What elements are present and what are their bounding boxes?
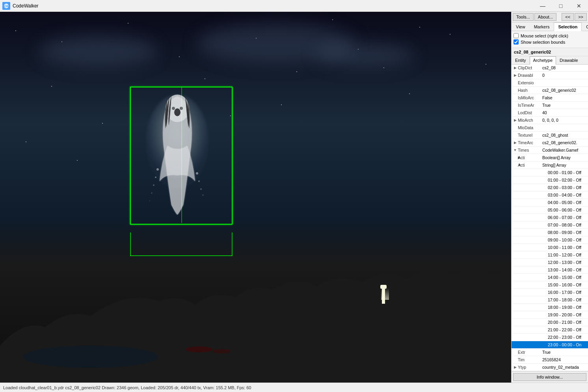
table-row[interactable]: 23:00 - 00:00 - On xyxy=(512,341,588,349)
table-row[interactable]: Extr True xyxy=(512,349,588,356)
table-row[interactable]: 19:00 - 20:00 - Off xyxy=(512,311,588,319)
table-row[interactable]: ▶ Drawabl 0 xyxy=(512,72,588,79)
minimize-button[interactable]: — xyxy=(534,0,552,12)
tab-options[interactable]: Options xyxy=(582,22,588,31)
sub-tab-entity[interactable]: Entity xyxy=(512,56,530,64)
svg-point-9 xyxy=(180,107,183,110)
svg-text:CW: CW xyxy=(4,5,9,7)
table-row[interactable]: ▶ MloArch 0, 0, 0, 0 xyxy=(512,117,588,124)
table-row[interactable]: MloData xyxy=(512,124,588,132)
table-row[interactable]: ▼ Acti String[] Array xyxy=(512,162,588,169)
table-row[interactable]: 17:00 - 18:00 - Off xyxy=(512,296,588,304)
app-icon: CW xyxy=(2,2,10,10)
table-row[interactable]: 05:00 - 06:00 - Off xyxy=(512,206,588,214)
prop-key: LodDist xyxy=(518,110,541,116)
next-button[interactable]: >> xyxy=(575,13,587,21)
maximize-button[interactable]: □ xyxy=(552,0,570,12)
table-row[interactable]: 04:00 - 05:00 - Off xyxy=(512,199,588,206)
table-row[interactable]: 08:00 - 09:00 - Off xyxy=(512,229,588,236)
table-row[interactable]: 06:00 - 07:00 - Off xyxy=(512,214,588,221)
table-row[interactable]: ▶ Ytyp country_02_metada xyxy=(512,364,588,371)
tab-view[interactable]: View xyxy=(512,22,530,31)
table-row[interactable]: 22:00 - 23:00 - Off xyxy=(512,334,588,341)
table-row[interactable]: 18:00 - 19:00 - Off xyxy=(512,304,588,311)
ghost-entity xyxy=(122,83,233,232)
prop-key: Acti xyxy=(518,162,541,168)
table-row[interactable]: 10:00 - 11:00 - Off xyxy=(512,244,588,251)
table-row[interactable]: 15:00 - 16:00 - Off xyxy=(512,281,588,289)
expand-icon[interactable]: ▶ xyxy=(512,364,518,370)
table-row[interactable]: 20:00 - 21:00 - Off xyxy=(512,319,588,326)
table-row[interactable]: 00:00 - 01:00 - Off xyxy=(512,169,588,176)
tools-button[interactable]: Tools... xyxy=(513,13,534,21)
table-row[interactable]: Hash cs2_08_generic02 xyxy=(512,87,588,94)
table-row[interactable]: 07:00 - 08:00 - Off xyxy=(512,221,588,229)
sub-tab-archetype[interactable]: Archetype xyxy=(530,56,556,65)
app-title: CodeWalker xyxy=(13,3,534,9)
prop-val: cs2_08 xyxy=(541,65,587,71)
info-window-button[interactable]: Info window... xyxy=(513,373,586,381)
table-row[interactable]: ▼ Times CodeWalker.Gamef xyxy=(512,147,588,154)
table-row[interactable]: 14:00 - 15:00 - Off xyxy=(512,274,588,281)
prop-val: cs2_08_ghost xyxy=(541,132,587,138)
table-row[interactable]: 02:00 - 03:00 - Off xyxy=(512,184,588,191)
table-row[interactable]: 09:00 - 10:00 - Off xyxy=(512,236,588,244)
prop-val: 09:00 - 10:00 - Off xyxy=(547,237,587,243)
prev-button[interactable]: << xyxy=(562,13,574,21)
table-row[interactable]: 01:00 - 02:00 - Off xyxy=(512,176,588,184)
panel-tabs: View Markers Selection Options xyxy=(512,22,588,31)
sub-tab-drawable[interactable]: Drawable xyxy=(556,56,581,64)
table-row[interactable]: 16:00 - 17:00 - Off xyxy=(512,289,588,296)
expand-icon[interactable]: ▶ xyxy=(512,139,518,146)
table-row[interactable]: 11:00 - 12:00 - Off xyxy=(512,251,588,259)
lighthouse-light xyxy=(381,288,389,300)
prop-val: 22:00 - 23:00 - Off xyxy=(547,334,587,340)
table-row[interactable]: Extensio xyxy=(512,79,588,87)
properties-list[interactable]: BBMin X:80.27046 Y:-36.7 A BSCente X:81.… xyxy=(512,65,588,371)
svg-point-16 xyxy=(151,193,153,194)
prop-val: 11:00 - 12:00 - Off xyxy=(547,252,587,258)
show-bounds-checkbox[interactable] xyxy=(514,39,519,45)
expand-icon[interactable]: ▶ xyxy=(512,72,518,78)
table-row[interactable]: Tim 25165824 xyxy=(512,356,588,364)
prop-key: Acti xyxy=(518,154,541,161)
tab-selection[interactable]: Selection xyxy=(554,22,582,31)
3d-viewport[interactable] xyxy=(0,12,511,383)
prop-val: 25165824 xyxy=(541,357,587,363)
expand-icon[interactable]: ▶ xyxy=(512,65,518,71)
prop-val: cs2_08_generic02 xyxy=(541,87,587,93)
table-row[interactable]: ▶ ClipDict cs2_08 xyxy=(512,65,588,72)
prop-key: TextureI xyxy=(518,132,541,138)
svg-point-7 xyxy=(174,108,180,116)
prop-val: country_02_metada xyxy=(541,364,587,370)
table-row[interactable]: 21:00 - 22:00 - Off xyxy=(512,326,588,334)
table-row[interactable]: 13:00 - 14:00 - Off xyxy=(512,266,588,274)
prop-key: IsTimeAr xyxy=(518,102,541,108)
about-button[interactable]: About... xyxy=(534,13,556,21)
expand-icon[interactable]: ▼ xyxy=(512,162,518,168)
prop-val: 17:00 - 18:00 - Off xyxy=(547,297,587,303)
expand-icon[interactable]: ▶ xyxy=(512,117,518,123)
table-row[interactable]: TextureI cs2_08_ghost xyxy=(512,132,588,139)
expand-icon[interactable]: ▼ xyxy=(512,147,518,153)
expand-icon[interactable]: ▶ xyxy=(512,154,518,161)
prop-val: 18:00 - 19:00 - Off xyxy=(547,304,587,310)
prop-key: IsMloArc xyxy=(518,95,541,101)
table-row[interactable]: 12:00 - 13:00 - Off xyxy=(512,259,588,266)
terrain xyxy=(0,216,511,383)
table-row[interactable]: LodDist 40 xyxy=(512,109,588,117)
table-row[interactable]: 03:00 - 04:00 - Off xyxy=(512,191,588,199)
table-row[interactable]: IsMloArc False xyxy=(512,94,588,102)
prop-val: 21:00 - 22:00 - Off xyxy=(547,327,587,333)
mouse-select-checkbox[interactable] xyxy=(514,33,519,38)
table-row[interactable]: IsTimeAr True xyxy=(512,102,588,109)
entity-name: cs2_08_generic02 xyxy=(512,48,588,56)
table-row[interactable]: ▶ TimeArc cs2_08_generic02. xyxy=(512,139,588,147)
prop-val: 14:00 - 15:00 - Off xyxy=(547,274,587,281)
tab-markers[interactable]: Markers xyxy=(530,22,554,31)
prop-key: MloArch xyxy=(518,117,541,123)
svg-point-3 xyxy=(186,346,213,352)
info-button-container: Info window... xyxy=(512,371,588,383)
table-row[interactable]: ▶ Acti Boolean[] Array xyxy=(512,154,588,162)
close-button[interactable]: ✕ xyxy=(570,0,588,12)
